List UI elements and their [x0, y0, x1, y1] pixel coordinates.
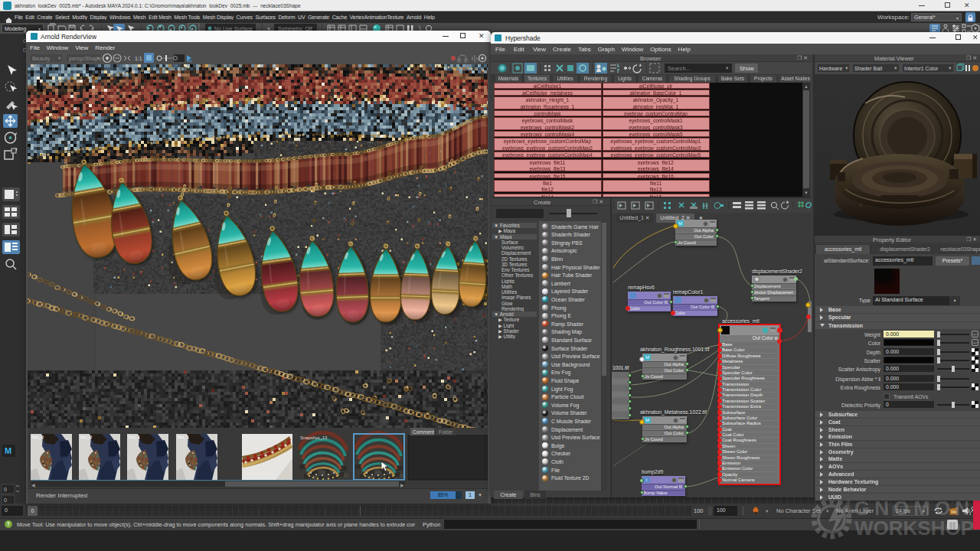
svg-text:THE: THE: [845, 499, 851, 510]
svg-text:▼: ▼: [893, 66, 897, 70]
svg-text:1:1: 1:1: [135, 56, 142, 61]
svg-text:▶: ▶: [400, 483, 404, 487]
svg-text:Hardware: Hardware: [819, 66, 842, 71]
svg-text:hot_0: hot_0: [80, 435, 93, 439]
svg-text:◀: ◀: [31, 483, 35, 487]
svg-text:hot_0: hot_0: [32, 435, 44, 439]
svg-text:M: M: [5, 446, 11, 455]
svg-text:Search...: Search...: [668, 65, 691, 72]
svg-text:0: 0: [4, 497, 7, 503]
svg-text:hot_1: hot_1: [178, 435, 190, 439]
svg-text:▼: ▼: [725, 66, 729, 70]
svg-text:Folder: Folder: [439, 429, 453, 435]
svg-text:Comment: Comment: [413, 429, 434, 435]
svg-text:hot_1: hot_1: [129, 435, 141, 439]
svg-text:▼: ▼: [948, 66, 952, 70]
svg-text:Shader Ball: Shader Ball: [854, 66, 883, 71]
svg-text:▼: ▼: [96, 56, 100, 60]
svg-text:Show: Show: [740, 65, 754, 72]
svg-text:Snapshot_13: Snapshot_13: [300, 435, 328, 440]
svg-text:Interior1 Color: Interior1 Color: [904, 66, 939, 71]
svg-text:▼: ▼: [844, 66, 848, 70]
svg-text:▼: ▼: [57, 56, 61, 60]
svg-text:Beauty: Beauty: [32, 55, 51, 62]
svg-text:0: 0: [4, 487, 7, 492]
